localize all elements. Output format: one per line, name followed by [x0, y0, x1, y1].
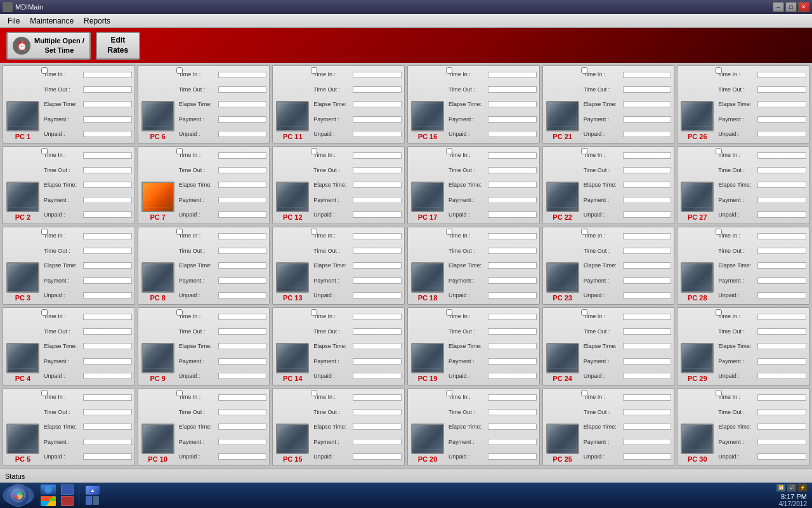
- pc-checkbox-6[interactable]: [176, 67, 183, 74]
- taskbar-icon-2[interactable]: [41, 496, 56, 506]
- pc-card-16[interactable]: PC 16Time In :Time Out :Elapse Time:Paym…: [407, 65, 540, 144]
- pc-field-value: [353, 292, 402, 298]
- pc-checkbox-26[interactable]: [716, 67, 722, 74]
- pc-checkbox-7[interactable]: [176, 148, 183, 154]
- pc-card-24[interactable]: PC 24Time In :Time Out :Elapse Time:Paym…: [542, 307, 675, 385]
- pc-screen-27: [681, 182, 714, 212]
- pc-card-1[interactable]: PC 1Time In :Time Out :Elapse Time:Payme…: [3, 65, 135, 144]
- system-tray: 📶 🔊 ⚡ 8:17 PM 4/17/2012: [776, 484, 809, 507]
- pc-checkbox-3[interactable]: [41, 229, 48, 235]
- date-display: 4/17/2012: [779, 500, 808, 507]
- pc-field-value: [83, 424, 132, 430]
- pc-checkbox-25[interactable]: [581, 390, 587, 396]
- pc-card-9[interactable]: PC 9Time In :Time Out :Elapse Time:Payme…: [138, 307, 270, 385]
- pc-checkbox-28[interactable]: [716, 229, 722, 235]
- pc-checkbox-23[interactable]: [581, 229, 587, 235]
- pc-field-value: [488, 277, 537, 284]
- pc-checkbox-1[interactable]: [41, 67, 48, 74]
- pc-checkbox-2[interactable]: [41, 148, 48, 154]
- pc-checkbox-24[interactable]: [581, 309, 587, 316]
- pc-card-12[interactable]: PC 12Time In :Time Out :Elapse Time:Paym…: [272, 146, 405, 224]
- pc-card-5[interactable]: PC 5Time In :Time Out :Elapse Time:Payme…: [3, 388, 135, 466]
- pc-checkbox-5[interactable]: [41, 390, 48, 396]
- pc-card-19[interactable]: PC 19Time In :Time Out :Elapse Time:Paym…: [407, 307, 540, 385]
- pc-checkbox-21[interactable]: [581, 67, 587, 74]
- pc-field-label: Payment :: [718, 277, 757, 285]
- tray-icon-3[interactable]: ⚡: [798, 484, 807, 491]
- pc-field-value: [83, 277, 132, 284]
- pc-card-3[interactable]: PC 3Time In :Time Out :Elapse Time:Payme…: [3, 227, 135, 305]
- pc-field-value: [83, 439, 132, 445]
- pc-checkbox-11[interactable]: [311, 67, 317, 74]
- menu-reports[interactable]: Reports: [79, 15, 115, 27]
- pc-card-22[interactable]: PC 22Time In :Time Out :Elapse Time:Paym…: [542, 146, 675, 224]
- tray-icon-2[interactable]: 🔊: [787, 484, 796, 491]
- start-button[interactable]: [3, 485, 34, 505]
- taskbar-arrow-up[interactable]: ▲: [86, 486, 100, 495]
- pc-checkbox-4[interactable]: [41, 309, 48, 316]
- pc-card-10[interactable]: PC 10Time In :Time Out :Elapse Time:Paym…: [138, 388, 270, 466]
- pc-field-label: Elapse Time:: [44, 423, 83, 431]
- pc-card-27[interactable]: PC 27Time In :Time Out :Elapse Time:Paym…: [677, 146, 809, 224]
- pc-card-14[interactable]: PC 14Time In :Time Out :Elapse Time:Paym…: [272, 307, 405, 385]
- pc-card-25[interactable]: PC 25Time In :Time Out :Elapse Time:Paym…: [542, 388, 675, 466]
- pc-checkbox-16[interactable]: [446, 67, 452, 74]
- taskbar-icon-1[interactable]: [41, 485, 56, 495]
- pc-card-8[interactable]: PC 8Time In :Time Out :Elapse Time:Payme…: [138, 227, 270, 305]
- pc-card-2[interactable]: PC 2Time In :Time Out :Elapse Time:Payme…: [3, 146, 135, 224]
- pc-checkbox-14[interactable]: [311, 309, 317, 316]
- pc-checkbox-17[interactable]: [446, 148, 452, 154]
- pc-checkbox-20[interactable]: [446, 390, 452, 396]
- pc-card-13[interactable]: PC 13Time In :Time Out :Elapse Time:Paym…: [272, 227, 405, 305]
- menu-maintenance[interactable]: Maintenance: [25, 15, 79, 27]
- pc-field-value: [488, 314, 537, 320]
- pc-card-20[interactable]: PC 20Time In :Time Out :Elapse Time:Paym…: [407, 388, 540, 466]
- menu-file[interactable]: File: [3, 15, 25, 27]
- status-bar: Status: [0, 469, 812, 483]
- pc-label-10: PC 10: [148, 455, 167, 463]
- pc-card-17[interactable]: PC 17Time In :Time Out :Elapse Time:Paym…: [407, 146, 540, 224]
- pc-checkbox-9[interactable]: [176, 309, 183, 316]
- clock-display[interactable]: 8:17 PM: [781, 493, 807, 500]
- pc-card-18[interactable]: PC 18Time In :Time Out :Elapse Time:Paym…: [407, 227, 540, 305]
- taskbar-icon-sound[interactable]: [93, 496, 99, 505]
- pc-checkbox-29[interactable]: [716, 309, 722, 316]
- pc-card-15[interactable]: PC 15Time In :Time Out :Elapse Time:Paym…: [272, 388, 405, 466]
- pc-checkbox-30[interactable]: [716, 390, 722, 396]
- maximize-button[interactable]: □: [785, 2, 797, 12]
- pc-checkbox-19[interactable]: [446, 309, 452, 316]
- pc-card-30[interactable]: PC 30Time In :Time Out :Elapse Time:Paym…: [677, 388, 809, 466]
- pc-label-23: PC 23: [553, 294, 572, 302]
- pc-card-23[interactable]: PC 23Time In :Time Out :Elapse Time:Paym…: [542, 227, 675, 305]
- pc-checkbox-18[interactable]: [446, 229, 452, 235]
- pc-field-value: [623, 439, 672, 445]
- pc-field-label: Time In :: [449, 151, 488, 159]
- pc-checkbox-10[interactable]: [176, 390, 183, 396]
- taskbar-icon-net[interactable]: [86, 496, 92, 505]
- taskbar-icon-3[interactable]: [61, 485, 74, 495]
- pc-checkbox-22[interactable]: [581, 148, 587, 154]
- pc-card-29[interactable]: PC 29Time In :Time Out :Elapse Time:Paym…: [677, 307, 809, 385]
- pc-field-label: Unpaid :: [718, 130, 757, 138]
- taskbar-icon-4[interactable]: [61, 496, 74, 506]
- pc-card-11[interactable]: PC 11Time In :Time Out :Elapse Time:Paym…: [272, 65, 405, 144]
- pc-card-7[interactable]: PC 7Time In :Time Out :Elapse Time:Payme…: [138, 146, 270, 224]
- pc-field-label: Unpaid :: [44, 211, 83, 219]
- pc-checkbox-15[interactable]: [311, 390, 317, 396]
- pc-field-value: [488, 343, 537, 349]
- pc-card-26[interactable]: PC 26Time In :Time Out :Elapse Time:Paym…: [677, 65, 809, 144]
- pc-card-21[interactable]: PC 21Time In :Time Out :Elapse Time:Paym…: [542, 65, 675, 144]
- pc-card-28[interactable]: PC 28Time In :Time Out :Elapse Time:Paym…: [677, 227, 809, 305]
- pc-checkbox-13[interactable]: [311, 229, 317, 235]
- pc-card-4[interactable]: PC 4Time In :Time Out :Elapse Time:Payme…: [3, 307, 135, 385]
- minimize-button[interactable]: –: [773, 2, 784, 12]
- pc-checkbox-12[interactable]: [311, 148, 317, 154]
- pc-checkbox-8[interactable]: [176, 229, 183, 235]
- multiple-open-button[interactable]: ⏰ Multiple Open / Set Time: [6, 32, 91, 60]
- close-button[interactable]: ✕: [798, 2, 809, 12]
- pc-card-6[interactable]: PC 6Time In :Time Out :Elapse Time:Payme…: [138, 65, 270, 144]
- pc-field-value: [353, 167, 402, 173]
- pc-checkbox-27[interactable]: [716, 148, 722, 154]
- edit-rates-button[interactable]: Edit Rates: [96, 32, 140, 60]
- tray-icon-1[interactable]: 📶: [776, 484, 785, 491]
